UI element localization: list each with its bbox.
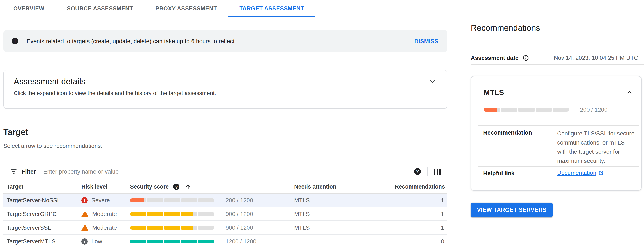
mtls-score-bar [484,108,569,112]
column-settings-icon[interactable] [434,168,441,175]
column-header-security-score[interactable]: Security score ? [129,183,291,190]
assessment-date-value: Nov 14, 2023, 10:04:25 PM UTC [554,54,638,61]
table-help-icon[interactable]: ? [414,168,421,175]
recommendations-count: 1 [390,197,448,204]
moderate-risk-icon [82,224,88,231]
assessment-date-row: Assessment date Nov 14, 2023, 10:04:25 P… [471,51,644,65]
risk-level-label: Low [92,238,102,245]
sort-ascending-icon[interactable] [185,183,192,190]
target-name: TargetServerGRPC [3,211,82,217]
tab-proxy-assessment[interactable]: PROXY ASSESSMENT [144,0,228,17]
card-divider [478,179,638,179]
security-score-value: 1200 / 1200 [226,238,291,245]
security-score-bar [130,212,214,216]
security-score-bar [130,226,214,230]
table-row[interactable]: TargetServerMTLS i Low 1200 / 1200 – 0 [3,235,448,245]
helpful-link-label: Helpful link [483,169,557,176]
security-score-help-icon[interactable]: ? [173,184,180,190]
target-assessment-page: OVERVIEW SOURCE ASSESSMENT PROXY ASSESSM… [0,0,644,245]
risk-level-label: Moderate [92,211,117,217]
collapse-button[interactable] [625,88,634,97]
risk-level-label: Severe [92,197,110,204]
main-content: i Events related to targets (create, upd… [0,17,459,245]
documentation-link[interactable]: Documentation [557,168,604,177]
assessment-details-title: Assessment details [14,76,86,86]
helpful-link-row: Helpful link Documentation [471,167,641,179]
filter-input[interactable] [42,168,414,175]
info-icon: i [12,38,18,44]
recommendation-row: Recommendation Configure TLS/SSL for sec… [471,126,641,166]
tab-source-assessment[interactable]: SOURCE ASSESSMENT [56,0,144,17]
security-score-label: Security score [130,184,169,190]
needs-attention-value: MTLS [291,197,390,204]
table-row[interactable]: TargetServer-NoSSL ! Severe 200 / 1200 M… [3,194,448,207]
moderate-risk-icon [82,210,88,217]
security-score-bar [130,198,214,202]
column-header-target: Target [3,184,82,190]
risk-level-label: Moderate [92,224,117,231]
mtls-score-value: 200 / 1200 [580,106,608,113]
assessment-details-card: Assessment details Click the expand icon… [3,70,448,109]
target-section-subtitle: Select a row to see recommendations. [3,142,459,150]
filter-icon [10,168,18,175]
filter-bar: Filter ? [0,163,448,180]
column-header-risk-level: Risk level [82,184,129,190]
security-score-value: 900 / 1200 [226,211,291,217]
needs-attention-value: MTLS [291,224,390,231]
recommendation-label: Recommendation [483,129,557,165]
target-name: TargetServerSSL [3,224,82,231]
recommendations-count: 1 [390,224,448,231]
target-name: TargetServer-NoSSL [3,197,82,204]
column-header-recommendations: Recommendations [390,184,448,190]
tab-overview[interactable]: OVERVIEW [2,0,56,17]
info-outline-icon[interactable] [523,55,529,61]
assessment-date-label: Assessment date [471,54,518,61]
tab-target-assessment[interactable]: TARGET ASSESSMENT [228,0,315,17]
table-row[interactable]: TargetServerSSL Moderate 900 / 1200 MTLS… [3,221,448,235]
needs-attention-value: MTLS [291,211,390,217]
security-score-bar [130,240,214,243]
recommendations-count: 1 [390,211,448,217]
tab-bar: OVERVIEW SOURCE ASSESSMENT PROXY ASSESSM… [0,0,644,17]
table-row[interactable]: TargetServerGRPC Moderate 900 / 1200 MTL… [3,207,448,221]
mtls-card-title: MTLS [484,88,504,97]
recommendations-panel: Recommendations Assessment date Nov 14, … [459,17,644,245]
security-score-value: 900 / 1200 [226,224,291,231]
chevron-down-icon [428,81,437,87]
banner-message: Events related to targets (create, updat… [26,38,236,44]
column-header-needs-attention: Needs attention [291,184,390,190]
low-risk-icon: i [82,238,88,245]
recommendations-count: 0 [390,238,448,245]
recommendation-text: Configure TLS/SSL for secure communicati… [557,129,636,165]
security-score-value: 200 / 1200 [226,197,291,204]
table-header: Target Risk level Security score ? Needs… [3,180,448,194]
panel-title: Recommendations [471,23,540,33]
target-name: TargetServerMTLS [3,238,82,245]
target-section-title: Target [3,127,459,137]
toolbar-divider [427,167,428,177]
view-target-servers-button[interactable]: VIEW TARGET SERVERS [471,203,553,217]
severe-risk-icon: ! [82,197,88,203]
needs-attention-value: – [291,238,390,245]
info-banner: i Events related to targets (create, upd… [3,30,448,52]
dismiss-button[interactable]: DISMISS [412,37,441,45]
mtls-recommendation-card: MTLS 200 / 1200 Recommendation Configure… [471,76,642,191]
expand-button[interactable] [428,77,437,86]
documentation-link-text: Documentation [557,168,596,177]
chevron-up-icon [625,92,634,98]
external-link-icon [598,170,604,175]
filter-label: Filter [22,168,36,175]
assessment-details-subtitle: Click the expand icon to view the detail… [14,90,437,96]
